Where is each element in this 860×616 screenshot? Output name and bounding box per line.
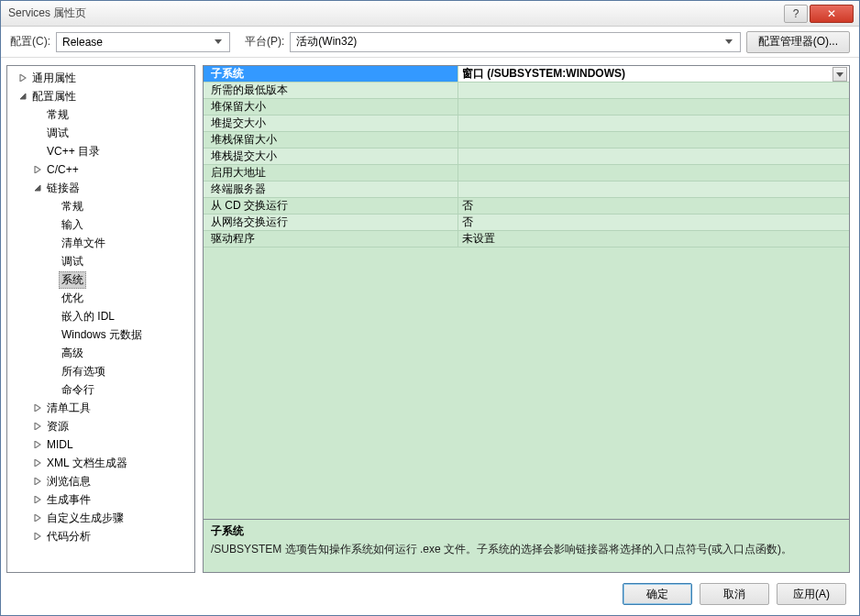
help-button[interactable]: ?: [784, 5, 808, 23]
property-page-dialog: Services 属性页 ? ✕ 配置(C): Release 平台(P): 活…: [0, 0, 860, 616]
tree-expand-icon[interactable]: [31, 459, 44, 467]
main-area: 通用属性配置属性常规调试VC++ 目录C/C++链接器常规输入清单文件调试系统优…: [1, 58, 859, 573]
property-name: 从网络交换运行: [204, 214, 458, 230]
dropdown-arrow-icon[interactable]: [832, 67, 847, 82]
property-value[interactable]: [458, 182, 849, 197]
tree-item[interactable]: VC++ 目录: [7, 142, 194, 160]
property-value[interactable]: [458, 148, 849, 164]
property-value[interactable]: 否: [458, 198, 849, 214]
description-title: 子系统: [211, 523, 842, 539]
tree-expand-icon[interactable]: [31, 496, 44, 503]
tree-item-label: 自定义生成步骤: [44, 510, 127, 527]
tree-item[interactable]: 配置属性: [7, 87, 194, 105]
tree-expand-icon[interactable]: [31, 166, 44, 173]
property-row[interactable]: 所需的最低版本: [204, 82, 849, 99]
property-value[interactable]: 未设置: [458, 231, 849, 247]
property-value[interactable]: 否: [458, 214, 849, 230]
tree-item[interactable]: 所有选项: [7, 362, 194, 380]
tree-collapse-icon[interactable]: [31, 184, 44, 192]
property-name: 堆栈保留大小: [204, 132, 458, 148]
tree-item-label: 高级: [59, 345, 86, 362]
tree-item-label: 所有选项: [59, 363, 108, 380]
tree-item-label: 调试: [44, 125, 72, 142]
property-name: 启用大地址: [204, 165, 458, 181]
platform-combo[interactable]: 活动(Win32): [290, 32, 740, 52]
ok-button[interactable]: 确定: [623, 583, 692, 605]
property-name: 驱动程序: [204, 231, 458, 247]
tree-item[interactable]: 自定义生成步骤: [7, 509, 194, 527]
property-row[interactable]: 堆提交大小: [204, 116, 849, 132]
tree-item[interactable]: 优化: [7, 289, 194, 307]
tree-item[interactable]: 常规: [7, 197, 194, 215]
property-name: 堆栈提交大小: [204, 148, 458, 164]
tree-expand-icon[interactable]: [17, 74, 29, 82]
tree-item[interactable]: 资源: [7, 417, 194, 435]
tree-item[interactable]: 高级: [7, 344, 194, 362]
tree-item[interactable]: 清单文件: [7, 234, 194, 252]
tree-item[interactable]: 浏览信息: [7, 472, 194, 490]
window-title: Services 属性页: [8, 6, 784, 21]
title-bar: Services 属性页 ? ✕: [1, 1, 859, 27]
property-row[interactable]: 从 CD 交换运行否: [204, 198, 849, 214]
tree-item-label: 常规: [44, 106, 72, 124]
close-button[interactable]: ✕: [810, 5, 854, 23]
tree-expand-icon[interactable]: [31, 423, 44, 430]
property-row[interactable]: 堆栈提交大小: [204, 148, 849, 165]
tree-item[interactable]: 清单工具: [7, 399, 194, 417]
tree-item-label: 调试: [59, 253, 86, 270]
property-grid[interactable]: 子系统窗口 (/SUBSYSTEM:WINDOWS)所需的最低版本堆保留大小堆提…: [203, 65, 850, 520]
tree-item[interactable]: 常规: [7, 105, 194, 124]
property-row[interactable]: 堆栈保留大小: [204, 132, 849, 148]
cancel-button[interactable]: 取消: [700, 583, 769, 605]
tree-item[interactable]: 代码分析: [7, 527, 194, 545]
property-row[interactable]: 驱动程序未设置: [204, 231, 849, 248]
tree-expand-icon[interactable]: [31, 533, 44, 540]
tree-item[interactable]: XML 文档生成器: [7, 454, 194, 472]
button-row: 确定 取消 应用(A): [1, 573, 859, 615]
tree-expand-icon[interactable]: [31, 441, 44, 448]
tree-item[interactable]: 调试: [7, 124, 194, 142]
tree-item[interactable]: 输入: [7, 215, 194, 234]
property-value[interactable]: [458, 99, 849, 115]
tree-item-label: 输入: [59, 216, 86, 234]
tree-collapse-icon[interactable]: [17, 93, 29, 100]
tree-expand-icon[interactable]: [31, 514, 44, 522]
property-row[interactable]: 堆保留大小: [204, 99, 849, 116]
tree-item-label: 通用属性: [29, 70, 79, 87]
tree-item-label: Windows 元数据: [59, 326, 145, 344]
apply-button[interactable]: 应用(A): [777, 583, 846, 605]
tree-item[interactable]: 调试: [7, 252, 194, 270]
tree-item-label: 系统: [59, 271, 86, 289]
tree-item-label: XML 文档生成器: [44, 455, 130, 472]
property-value[interactable]: 窗口 (/SUBSYSTEM:WINDOWS): [458, 66, 849, 82]
property-value[interactable]: [458, 116, 849, 131]
config-combo[interactable]: Release: [56, 32, 230, 52]
property-row[interactable]: 从网络交换运行否: [204, 214, 849, 231]
tree-item[interactable]: 链接器: [7, 179, 194, 197]
tree-item-label: 配置属性: [29, 88, 79, 105]
property-row[interactable]: 启用大地址: [204, 165, 849, 182]
tree-panel[interactable]: 通用属性配置属性常规调试VC++ 目录C/C++链接器常规输入清单文件调试系统优…: [6, 65, 195, 573]
config-value: Release: [62, 36, 103, 49]
tree-item[interactable]: 生成事件: [7, 490, 194, 509]
tree-item-label: 嵌入的 IDL: [59, 308, 117, 325]
tree-expand-icon[interactable]: [31, 478, 44, 485]
tree-item[interactable]: 通用属性: [7, 69, 194, 87]
tree-item[interactable]: 系统: [7, 270, 194, 289]
tree-item[interactable]: MIDL: [7, 435, 194, 454]
tree-item[interactable]: Windows 元数据: [7, 325, 194, 344]
description-body: /SUBSYSTEM 选项告知操作系统如何运行 .exe 文件。子系统的选择会影…: [211, 541, 842, 557]
tree-item-label: 生成事件: [44, 491, 94, 509]
property-value[interactable]: [458, 82, 849, 98]
property-value[interactable]: [458, 165, 849, 181]
tree-item[interactable]: C/C++: [7, 160, 194, 179]
property-value[interactable]: [458, 132, 849, 148]
tree-item[interactable]: 嵌入的 IDL: [7, 307, 194, 325]
tree-item-label: 清单文件: [59, 235, 108, 252]
tree-item-label: 命令行: [59, 381, 97, 399]
tree-expand-icon[interactable]: [31, 404, 44, 412]
property-row[interactable]: 终端服务器: [204, 182, 849, 198]
property-row[interactable]: 子系统窗口 (/SUBSYSTEM:WINDOWS): [204, 66, 849, 82]
config-manager-button[interactable]: 配置管理器(O)...: [746, 31, 850, 53]
tree-item[interactable]: 命令行: [7, 380, 194, 399]
